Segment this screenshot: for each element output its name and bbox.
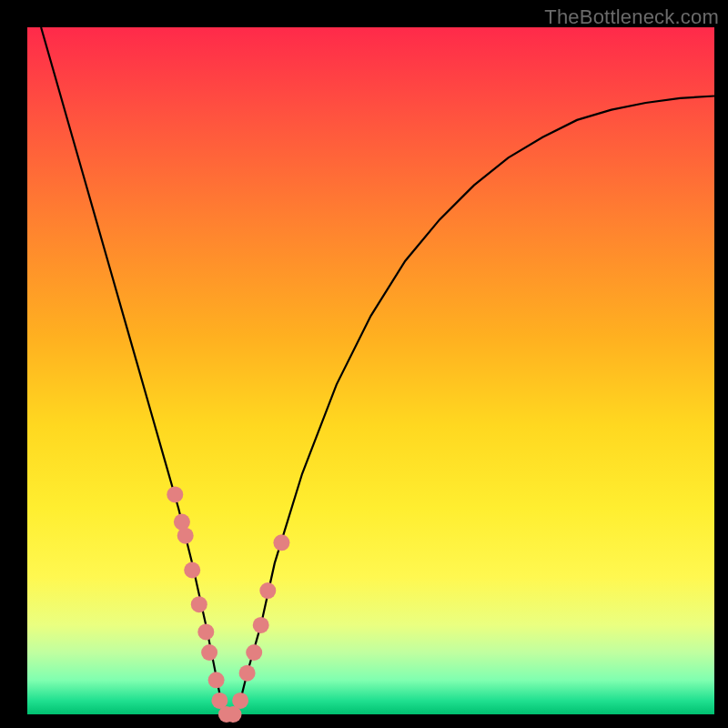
data-marker <box>167 486 183 502</box>
data-marker <box>232 693 248 709</box>
marker-group <box>167 486 289 723</box>
plot-area <box>27 27 714 714</box>
data-marker <box>174 514 190 531</box>
data-marker <box>184 562 200 579</box>
data-marker <box>246 644 262 661</box>
data-marker <box>208 672 225 688</box>
chart-svg <box>27 27 714 714</box>
data-marker <box>201 644 217 661</box>
data-marker <box>239 665 256 682</box>
data-marker <box>177 528 194 544</box>
data-marker <box>191 596 207 612</box>
data-marker <box>273 534 289 551</box>
watermark-text: TheBottleneck.com <box>544 5 719 29</box>
data-marker <box>259 582 276 599</box>
data-marker <box>197 623 214 640</box>
bottleneck-curve <box>41 27 714 714</box>
data-marker <box>253 617 269 633</box>
